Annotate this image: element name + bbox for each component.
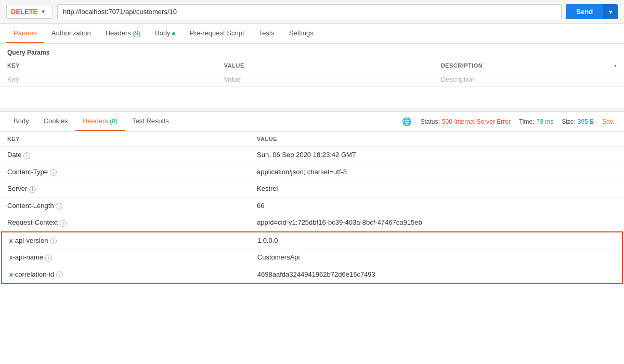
col-header-extra: • [607, 59, 624, 72]
tab-pre-request[interactable]: Pre-request Script [183, 24, 252, 43]
header-key-x-api-name: x-api-name i [2, 249, 250, 266]
header-key-x-correlation-id: x-correlation-id i [2, 266, 250, 283]
header-key-request-context: Request-Context i [0, 214, 250, 231]
col-header-desc: DESCRIPTION [434, 59, 607, 72]
status-label: Status: [420, 118, 439, 125]
send-dropdown-button[interactable]: ▼ [603, 4, 618, 19]
section-divider [0, 108, 624, 112]
highlighted-headers-section: x-api-version i 1.0.0.0 x-api-name i Cus… [1, 231, 623, 284]
info-icon-request-context[interactable]: i [60, 220, 67, 227]
save-response-link[interactable]: Sav... [602, 118, 618, 125]
header-key-server: Server i [0, 180, 250, 198]
response-headers-table: KEY VALUE Date i Sun, 06 Sep 2020 18:23:… [0, 132, 624, 231]
param-desc-placeholder[interactable]: Description [434, 72, 607, 87]
header-value-content-type: application/json; charset=utf-8 [250, 163, 624, 180]
info-icon-content-type[interactable]: i [50, 169, 57, 176]
res-tab-headers[interactable]: Headers (8) [75, 112, 125, 131]
header-row-server: Server i Kestrel [0, 180, 624, 198]
time-label: Time: [519, 118, 535, 125]
tab-params[interactable]: Params [6, 24, 44, 43]
send-button[interactable]: Send [566, 4, 603, 19]
header-value-content-length: 66 [250, 197, 624, 214]
request-tabs: Params Authorization Headers (9) Body Pr… [0, 24, 624, 44]
info-icon-x-api-name[interactable]: i [45, 255, 52, 262]
header-key-content-type: Content-Type i [0, 163, 250, 180]
header-value-server: Kestrel [250, 180, 624, 198]
status-meta: Status: 500 Internal Server Error [420, 118, 510, 125]
params-table: KEY VALUE DESCRIPTION • Key Value Descri… [0, 59, 624, 87]
header-row-x-correlation-id: x-correlation-id i 4698aafda3244941962b7… [2, 266, 622, 283]
tab-headers[interactable]: Headers (9) [98, 24, 148, 43]
header-key-date: Date i [0, 147, 250, 164]
tab-tests[interactable]: Tests [252, 24, 282, 43]
res-col-key: KEY [0, 132, 250, 147]
top-bar: DELETE ▼ Send ▼ [0, 0, 624, 24]
response-meta: 🌐 Status: 500 Internal Server Error Time… [402, 117, 618, 126]
res-tab-test-results[interactable]: Test Results [125, 112, 176, 131]
highlighted-headers-table: x-api-version i 1.0.0.0 x-api-name i Cus… [2, 232, 622, 283]
header-row-date: Date i Sun, 06 Sep 2020 18:23:42 GMT [0, 147, 624, 164]
res-tab-cookies[interactable]: Cookies [36, 112, 75, 131]
header-row-request-context: Request-Context i appId=cid-v1:725dbf16-… [0, 214, 624, 231]
header-row-content-length: Content-Length i 66 [0, 197, 624, 214]
tab-body[interactable]: Body [148, 24, 183, 43]
header-row-x-api-version: x-api-version i 1.0.0.0 [2, 232, 622, 249]
time-meta: Time: 73 ms [519, 118, 553, 125]
header-key-x-api-version: x-api-version i [2, 232, 250, 249]
info-icon-x-correlation-id[interactable]: i [56, 271, 63, 278]
response-tabs-bar: Body Cookies Headers (8) Test Results 🌐 … [0, 112, 624, 132]
status-value: 500 Internal Server Error [442, 118, 511, 125]
time-value: 73 ms [536, 118, 553, 125]
col-header-key: KEY [0, 59, 217, 72]
size-meta: Size: 395 B [562, 118, 594, 125]
tab-authorization[interactable]: Authorization [44, 24, 98, 43]
param-value-placeholder[interactable]: Value [217, 72, 434, 87]
response-tabs: Body Cookies Headers (8) Test Results [6, 112, 402, 131]
info-icon-date[interactable]: i [23, 152, 30, 159]
method-chevron-icon: ▼ [41, 9, 46, 15]
header-value-x-api-name: CustomersApi [250, 249, 622, 266]
param-key-placeholder[interactable]: Key [0, 72, 217, 87]
query-params-section: Query Params KEY VALUE DESCRIPTION • Key… [0, 44, 624, 87]
header-value-x-api-version: 1.0.0.0 [250, 232, 622, 249]
header-row-x-api-name: x-api-name i CustomersApi [2, 249, 622, 266]
info-icon-content-length[interactable]: i [56, 203, 62, 210]
res-col-value: VALUE [250, 132, 624, 147]
method-label: DELETE [11, 8, 37, 16]
params-empty-row: Key Value Description [0, 72, 624, 87]
header-row-content-type: Content-Type i application/json; charset… [0, 163, 624, 180]
header-value-date: Sun, 06 Sep 2020 18:23:42 GMT [250, 147, 624, 164]
query-params-label: Query Params [0, 44, 624, 59]
header-value-request-context: appId=cid-v1:725dbf16-bc39-403a-8bcf-474… [250, 214, 624, 231]
method-selector[interactable]: DELETE ▼ [6, 5, 53, 19]
url-input[interactable] [57, 4, 562, 19]
size-value: 395 B [578, 118, 594, 125]
response-headers-section: KEY VALUE Date i Sun, 06 Sep 2020 18:23:… [0, 132, 624, 284]
header-value-x-correlation-id: 4698aafda3244941962b72d6e16c7493 [250, 266, 622, 283]
col-header-value: VALUE [217, 59, 434, 72]
size-label: Size: [562, 118, 576, 125]
param-extra [607, 72, 624, 87]
info-icon-server[interactable]: i [29, 186, 36, 193]
info-icon-x-api-version[interactable]: i [50, 238, 57, 244]
globe-icon: 🌐 [402, 117, 412, 126]
send-button-group: Send ▼ [566, 4, 618, 19]
tab-settings[interactable]: Settings [282, 24, 321, 43]
header-key-content-length: Content-Length i [0, 197, 250, 214]
res-tab-body[interactable]: Body [6, 112, 36, 131]
